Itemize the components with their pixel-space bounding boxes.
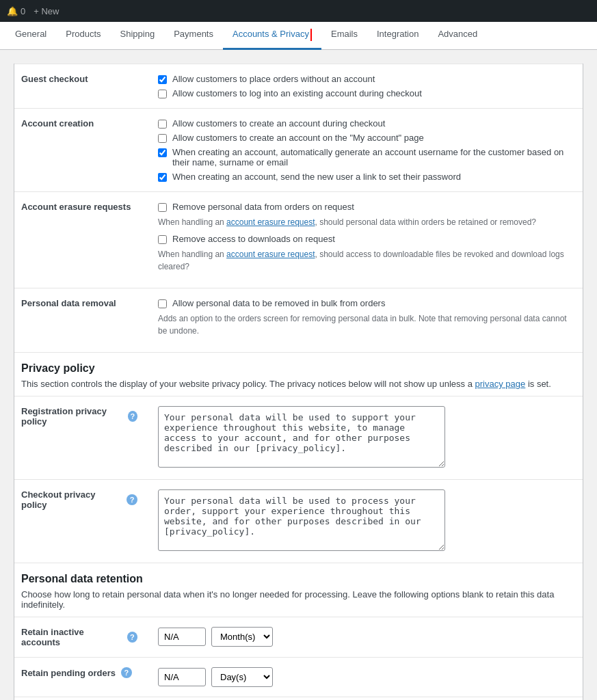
- data-retention-desc: Choose how long to retain personal data …: [21, 589, 576, 610]
- privacy-policy-section: Registration privacy policy ? Your perso…: [14, 396, 583, 563]
- registration-privacy-policy-help-icon[interactable]: ?: [128, 411, 137, 422]
- personal-data-removal-option: Allow personal data to be removed in bul…: [158, 298, 576, 308]
- notifications-item[interactable]: 🔔 0: [7, 6, 25, 16]
- personal-data-removal-hint: Adds an option to the orders screen for …: [158, 312, 576, 337]
- retain-inactive-accounts-field: Month(s) Day(s) Year(s): [151, 617, 583, 658]
- account-creation-checkbox-3[interactable]: [158, 148, 167, 157]
- account-creation-checkbox-1[interactable]: [158, 120, 167, 129]
- privacy-policy-header: Privacy policy This section controls the…: [14, 352, 583, 396]
- account-erasure-downloads-hint: When handling an account erasure request…: [158, 248, 576, 273]
- guest-checkout-fields: Allow customers to place orders without …: [151, 64, 583, 109]
- tab-integration[interactable]: Integration: [367, 22, 428, 50]
- tab-products[interactable]: Products: [56, 22, 110, 50]
- tab-general[interactable]: General: [5, 22, 56, 50]
- bell-icon: 🔔: [7, 6, 18, 16]
- data-retention-section: Retain inactive accounts ? Month(s) Day(…: [14, 617, 583, 700]
- retain-pending-orders-input[interactable]: [158, 668, 206, 686]
- tab-payments[interactable]: Payments: [164, 22, 223, 50]
- data-retention-header: Personal data retention Choose how long …: [14, 563, 583, 617]
- tab-advanced[interactable]: Advanced: [428, 22, 487, 50]
- account-creation-option-1-label: Allow customers to create an account dur…: [172, 118, 385, 129]
- account-creation-option-1: Allow customers to create an account dur…: [158, 118, 576, 129]
- top-bar: 🔔 0 + New: [0, 0, 597, 22]
- account-creation-option-2: Allow customers to create an account on …: [158, 133, 576, 143]
- guest-checkout-option-1-label: Allow customers to place orders without …: [172, 74, 375, 84]
- retain-failed-orders-label: Retain failed orders ?: [14, 697, 151, 701]
- account-creation-fields: Allow customers to create an account dur…: [151, 109, 583, 192]
- retain-inactive-accounts-input[interactable]: [158, 628, 206, 646]
- tabs-bar: General Products Shipping Payments Accou…: [0, 22, 597, 50]
- privacy-policy-title: Privacy policy: [21, 362, 576, 375]
- settings-panel: Guest checkout Allow customers to place …: [14, 64, 583, 700]
- tab-shipping[interactable]: Shipping: [111, 22, 165, 50]
- account-erasure-downloads-checkbox[interactable]: [158, 235, 167, 244]
- account-creation-option-2-label: Allow customers to create an account on …: [172, 133, 424, 143]
- guest-checkout-option-2-label: Allow customers to log into an existing …: [172, 88, 422, 98]
- account-creation-option-4: When creating an account, send the new u…: [158, 172, 576, 182]
- tab-emails[interactable]: Emails: [321, 22, 367, 50]
- checkout-privacy-policy-label: Checkout privacy policy ?: [14, 480, 151, 563]
- guest-checkout-section: Guest checkout Allow customers to place …: [14, 64, 583, 352]
- account-erasure-fields: Remove personal data from orders on requ…: [151, 192, 583, 288]
- account-creation-label: Account creation: [14, 109, 151, 192]
- retain-inactive-accounts-help-icon[interactable]: ?: [127, 632, 137, 643]
- account-erasure-orders-row: Remove personal data from orders on requ…: [158, 202, 576, 212]
- guest-checkout-option-1: Allow customers to place orders without …: [158, 74, 576, 84]
- registration-privacy-policy-field: Your personal data will be used to suppo…: [151, 396, 583, 480]
- account-erasure-orders-link[interactable]: account erasure request: [226, 217, 315, 227]
- account-erasure-label: Account erasure requests: [14, 192, 151, 288]
- personal-data-removal-fields: Allow personal data to be removed in bul…: [151, 288, 583, 353]
- checkout-privacy-policy-field: Your personal data will be used to proce…: [151, 480, 583, 563]
- privacy-policy-desc: This section controls the display of you…: [21, 379, 576, 389]
- retain-pending-orders-select[interactable]: Day(s) Month(s) Year(s): [211, 667, 273, 687]
- personal-data-removal-checkbox[interactable]: [158, 299, 167, 308]
- main-content: Guest checkout Allow customers to place …: [0, 50, 597, 700]
- account-creation-checkbox-2[interactable]: [158, 134, 167, 143]
- account-erasure-downloads-label: Remove access to downloads on request: [172, 234, 335, 244]
- checkout-privacy-policy-textarea[interactable]: Your personal data will be used to proce…: [158, 489, 445, 551]
- registration-privacy-policy-label: Registration privacy policy ?: [14, 396, 151, 480]
- data-retention-title: Personal data retention: [21, 573, 576, 585]
- retain-pending-orders-label: Retain pending orders ?: [14, 658, 151, 697]
- tab-accounts-privacy[interactable]: Accounts & Privacy: [223, 22, 321, 50]
- account-creation-option-3-label: When creating an account, automatically …: [172, 147, 576, 167]
- account-erasure-downloads-row: Remove access to downloads on request: [158, 234, 576, 244]
- account-creation-option-4-label: When creating an account, send the new u…: [172, 172, 461, 182]
- account-creation-option-3: When creating an account, automatically …: [158, 147, 576, 167]
- retain-pending-orders-help-icon[interactable]: ?: [121, 667, 132, 678]
- checkout-privacy-policy-help-icon[interactable]: ?: [127, 494, 137, 505]
- retain-pending-orders-field: Day(s) Month(s) Year(s): [151, 658, 583, 697]
- notification-count: 0: [21, 6, 25, 16]
- guest-checkout-label: Guest checkout: [14, 64, 151, 109]
- new-button[interactable]: + New: [34, 6, 59, 16]
- guest-checkout-checkbox-2[interactable]: [158, 90, 167, 98]
- privacy-page-link[interactable]: privacy page: [475, 379, 526, 389]
- guest-checkout-checkbox-1[interactable]: [158, 75, 167, 84]
- registration-privacy-policy-textarea[interactable]: Your personal data will be used to suppo…: [158, 406, 445, 468]
- account-erasure-orders-label: Remove personal data from orders on requ…: [172, 202, 354, 212]
- account-erasure-orders-checkbox[interactable]: [158, 203, 167, 212]
- personal-data-removal-option-label: Allow personal data to be removed in bul…: [172, 298, 385, 308]
- personal-data-removal-label: Personal data removal: [14, 288, 151, 353]
- account-erasure-downloads-link[interactable]: account erasure request: [226, 250, 315, 259]
- retain-inactive-accounts-label: Retain inactive accounts ?: [14, 617, 151, 658]
- account-creation-checkbox-4[interactable]: [158, 173, 167, 182]
- retain-failed-orders-field: Day(s) Month(s) Year(s): [151, 697, 583, 701]
- retain-inactive-accounts-select[interactable]: Month(s) Day(s) Year(s): [211, 627, 273, 647]
- account-erasure-orders-hint: When handling an account erasure request…: [158, 216, 576, 228]
- guest-checkout-option-2: Allow customers to log into an existing …: [158, 88, 576, 98]
